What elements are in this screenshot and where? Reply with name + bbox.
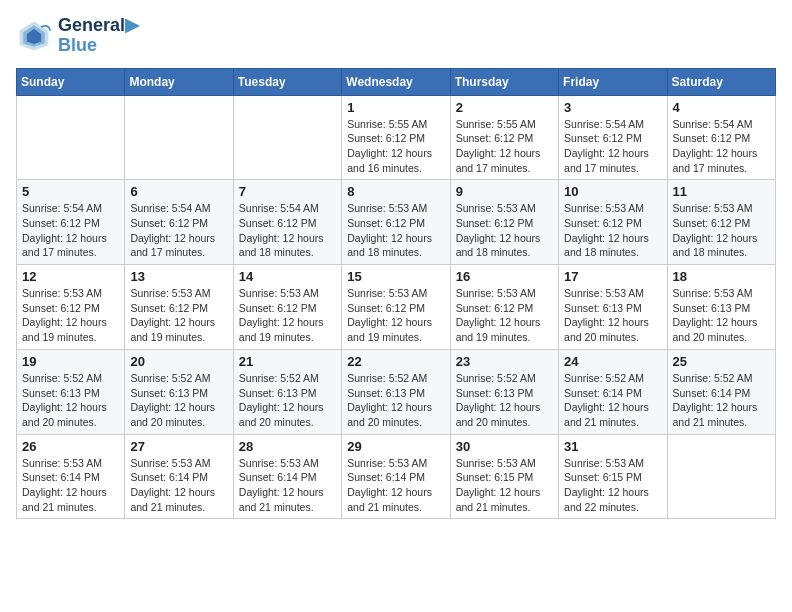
calendar-week-row: 12Sunrise: 5:53 AM Sunset: 6:12 PM Dayli… [17,265,776,350]
calendar-day-11: 11Sunrise: 5:53 AM Sunset: 6:12 PM Dayli… [667,180,775,265]
calendar-day-2: 2Sunrise: 5:55 AM Sunset: 6:12 PM Daylig… [450,95,558,180]
day-info: Sunrise: 5:53 AM Sunset: 6:12 PM Dayligh… [673,201,770,260]
day-number: 27 [130,439,227,454]
logo-text: General▶ Blue [58,16,139,56]
day-info: Sunrise: 5:54 AM Sunset: 6:12 PM Dayligh… [239,201,336,260]
day-number: 2 [456,100,553,115]
calendar-day-30: 30Sunrise: 5:53 AM Sunset: 6:15 PM Dayli… [450,434,558,519]
day-number: 14 [239,269,336,284]
weekday-header-saturday: Saturday [667,68,775,95]
day-info: Sunrise: 5:52 AM Sunset: 6:13 PM Dayligh… [456,371,553,430]
calendar-day-4: 4Sunrise: 5:54 AM Sunset: 6:12 PM Daylig… [667,95,775,180]
day-info: Sunrise: 5:53 AM Sunset: 6:14 PM Dayligh… [347,456,444,515]
calendar-day-22: 22Sunrise: 5:52 AM Sunset: 6:13 PM Dayli… [342,349,450,434]
day-info: Sunrise: 5:53 AM Sunset: 6:12 PM Dayligh… [130,286,227,345]
day-info: Sunrise: 5:54 AM Sunset: 6:12 PM Dayligh… [673,117,770,176]
weekday-header-wednesday: Wednesday [342,68,450,95]
calendar-day-24: 24Sunrise: 5:52 AM Sunset: 6:14 PM Dayli… [559,349,667,434]
day-info: Sunrise: 5:53 AM Sunset: 6:12 PM Dayligh… [347,201,444,260]
calendar-day-21: 21Sunrise: 5:52 AM Sunset: 6:13 PM Dayli… [233,349,341,434]
day-info: Sunrise: 5:52 AM Sunset: 6:13 PM Dayligh… [130,371,227,430]
day-number: 28 [239,439,336,454]
day-number: 8 [347,184,444,199]
day-number: 24 [564,354,661,369]
calendar-day-18: 18Sunrise: 5:53 AM Sunset: 6:13 PM Dayli… [667,265,775,350]
day-number: 31 [564,439,661,454]
calendar-day-29: 29Sunrise: 5:53 AM Sunset: 6:14 PM Dayli… [342,434,450,519]
day-number: 20 [130,354,227,369]
day-info: Sunrise: 5:52 AM Sunset: 6:14 PM Dayligh… [564,371,661,430]
calendar-day-8: 8Sunrise: 5:53 AM Sunset: 6:12 PM Daylig… [342,180,450,265]
calendar-day-15: 15Sunrise: 5:53 AM Sunset: 6:12 PM Dayli… [342,265,450,350]
day-info: Sunrise: 5:53 AM Sunset: 6:13 PM Dayligh… [673,286,770,345]
day-info: Sunrise: 5:53 AM Sunset: 6:12 PM Dayligh… [347,286,444,345]
calendar-week-row: 1Sunrise: 5:55 AM Sunset: 6:12 PM Daylig… [17,95,776,180]
day-number: 22 [347,354,444,369]
calendar-empty-cell [667,434,775,519]
calendar-day-9: 9Sunrise: 5:53 AM Sunset: 6:12 PM Daylig… [450,180,558,265]
day-info: Sunrise: 5:53 AM Sunset: 6:12 PM Dayligh… [239,286,336,345]
day-info: Sunrise: 5:53 AM Sunset: 6:13 PM Dayligh… [564,286,661,345]
day-number: 18 [673,269,770,284]
calendar-day-26: 26Sunrise: 5:53 AM Sunset: 6:14 PM Dayli… [17,434,125,519]
calendar-day-6: 6Sunrise: 5:54 AM Sunset: 6:12 PM Daylig… [125,180,233,265]
day-number: 16 [456,269,553,284]
day-number: 1 [347,100,444,115]
calendar-day-27: 27Sunrise: 5:53 AM Sunset: 6:14 PM Dayli… [125,434,233,519]
calendar-table: SundayMondayTuesdayWednesdayThursdayFrid… [16,68,776,520]
day-number: 10 [564,184,661,199]
day-info: Sunrise: 5:55 AM Sunset: 6:12 PM Dayligh… [347,117,444,176]
day-number: 17 [564,269,661,284]
calendar-empty-cell [17,95,125,180]
day-number: 21 [239,354,336,369]
day-number: 30 [456,439,553,454]
calendar-day-23: 23Sunrise: 5:52 AM Sunset: 6:13 PM Dayli… [450,349,558,434]
calendar-day-5: 5Sunrise: 5:54 AM Sunset: 6:12 PM Daylig… [17,180,125,265]
day-number: 12 [22,269,119,284]
day-info: Sunrise: 5:53 AM Sunset: 6:12 PM Dayligh… [456,286,553,345]
day-info: Sunrise: 5:52 AM Sunset: 6:13 PM Dayligh… [239,371,336,430]
calendar-day-12: 12Sunrise: 5:53 AM Sunset: 6:12 PM Dayli… [17,265,125,350]
day-number: 4 [673,100,770,115]
calendar-empty-cell [125,95,233,180]
day-info: Sunrise: 5:53 AM Sunset: 6:12 PM Dayligh… [456,201,553,260]
weekday-header-monday: Monday [125,68,233,95]
calendar-week-row: 19Sunrise: 5:52 AM Sunset: 6:13 PM Dayli… [17,349,776,434]
calendar-day-7: 7Sunrise: 5:54 AM Sunset: 6:12 PM Daylig… [233,180,341,265]
day-info: Sunrise: 5:55 AM Sunset: 6:12 PM Dayligh… [456,117,553,176]
day-info: Sunrise: 5:52 AM Sunset: 6:13 PM Dayligh… [22,371,119,430]
day-number: 3 [564,100,661,115]
day-info: Sunrise: 5:52 AM Sunset: 6:14 PM Dayligh… [673,371,770,430]
day-number: 23 [456,354,553,369]
calendar-week-row: 5Sunrise: 5:54 AM Sunset: 6:12 PM Daylig… [17,180,776,265]
calendar-day-10: 10Sunrise: 5:53 AM Sunset: 6:12 PM Dayli… [559,180,667,265]
calendar-day-13: 13Sunrise: 5:53 AM Sunset: 6:12 PM Dayli… [125,265,233,350]
calendar-day-20: 20Sunrise: 5:52 AM Sunset: 6:13 PM Dayli… [125,349,233,434]
calendar-day-28: 28Sunrise: 5:53 AM Sunset: 6:14 PM Dayli… [233,434,341,519]
day-number: 9 [456,184,553,199]
calendar-day-14: 14Sunrise: 5:53 AM Sunset: 6:12 PM Dayli… [233,265,341,350]
calendar-day-17: 17Sunrise: 5:53 AM Sunset: 6:13 PM Dayli… [559,265,667,350]
weekday-header-sunday: Sunday [17,68,125,95]
day-info: Sunrise: 5:53 AM Sunset: 6:12 PM Dayligh… [564,201,661,260]
day-info: Sunrise: 5:53 AM Sunset: 6:15 PM Dayligh… [456,456,553,515]
calendar-day-19: 19Sunrise: 5:52 AM Sunset: 6:13 PM Dayli… [17,349,125,434]
day-number: 7 [239,184,336,199]
day-number: 25 [673,354,770,369]
day-number: 13 [130,269,227,284]
day-number: 11 [673,184,770,199]
weekday-header-tuesday: Tuesday [233,68,341,95]
day-info: Sunrise: 5:53 AM Sunset: 6:15 PM Dayligh… [564,456,661,515]
day-info: Sunrise: 5:53 AM Sunset: 6:14 PM Dayligh… [130,456,227,515]
day-number: 29 [347,439,444,454]
day-number: 6 [130,184,227,199]
day-info: Sunrise: 5:53 AM Sunset: 6:12 PM Dayligh… [22,286,119,345]
calendar-day-1: 1Sunrise: 5:55 AM Sunset: 6:12 PM Daylig… [342,95,450,180]
logo: General▶ Blue [16,16,139,56]
day-info: Sunrise: 5:54 AM Sunset: 6:12 PM Dayligh… [22,201,119,260]
calendar-day-25: 25Sunrise: 5:52 AM Sunset: 6:14 PM Dayli… [667,349,775,434]
day-info: Sunrise: 5:54 AM Sunset: 6:12 PM Dayligh… [564,117,661,176]
day-number: 5 [22,184,119,199]
day-number: 19 [22,354,119,369]
calendar-day-31: 31Sunrise: 5:53 AM Sunset: 6:15 PM Dayli… [559,434,667,519]
